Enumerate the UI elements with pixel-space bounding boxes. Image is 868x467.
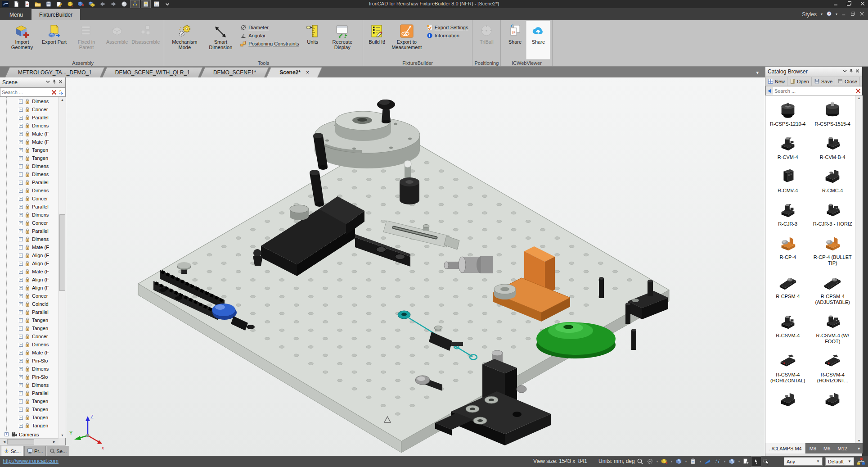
expand-icon[interactable]: + xyxy=(19,116,23,120)
flyout-caret-icon[interactable]: ▾ xyxy=(684,459,688,463)
scene-tree-item[interactable]: +Tangen xyxy=(0,316,58,324)
import-geometry-button[interactable]: Import Geometry xyxy=(4,21,40,59)
expand-icon[interactable]: + xyxy=(19,172,23,177)
expand-icon[interactable]: + xyxy=(19,343,23,347)
clear-search-icon[interactable] xyxy=(50,88,58,96)
scene-tree-item[interactable]: +Tangen xyxy=(0,413,58,422)
export-part-button[interactable]: Export Part xyxy=(40,21,68,59)
scene-tree-item[interactable]: +Parallel xyxy=(0,113,58,122)
catalog-item[interactable] xyxy=(810,390,855,411)
expand-icon[interactable]: + xyxy=(19,270,23,274)
scene-tree-item[interactable]: +Dimens xyxy=(0,122,58,130)
smart-dimension-button[interactable]: Smart Dimension xyxy=(202,21,238,59)
filter-tree-icon[interactable] xyxy=(58,88,65,96)
scene-panel-tab-sc[interactable]: Sc... xyxy=(1,446,23,456)
document-tab-scene2[interactable]: Scene2*× xyxy=(269,67,320,77)
flyout-caret-icon[interactable]: ▾ xyxy=(698,459,702,463)
help-caret-icon[interactable]: ▾ xyxy=(836,12,837,16)
scene-tree-item[interactable]: +Mate (F xyxy=(0,138,58,146)
scene-tree-item[interactable]: +Concer xyxy=(0,195,58,203)
box-select-tool[interactable] xyxy=(761,457,771,466)
diameter-button[interactable]: Diameter xyxy=(240,23,299,32)
back-arrow-icon[interactable] xyxy=(766,87,773,95)
scene-tree-item[interactable]: +Align (F xyxy=(0,251,58,259)
scene-tree-item[interactable]: +Mate (F xyxy=(0,130,58,138)
ironcad-link[interactable]: http://www.ironcad.com xyxy=(3,458,58,464)
expand-icon[interactable]: + xyxy=(19,318,23,322)
doc-minimize-button[interactable] xyxy=(841,11,846,18)
scene-tree-item[interactable]: +Mate (F xyxy=(0,243,58,251)
scene-tree-item[interactable]: +Align (F xyxy=(0,276,58,284)
expand-icon[interactable]: + xyxy=(19,391,23,395)
assembly-hierarchy-icon[interactable] xyxy=(857,457,865,466)
close-button[interactable] xyxy=(860,0,865,8)
expand-icon[interactable]: + xyxy=(19,164,23,168)
pin-icon[interactable] xyxy=(849,68,854,75)
share-button[interactable]: Share xyxy=(526,21,550,59)
scene-tree-item[interactable]: +Concer xyxy=(0,219,58,227)
export-settings-button[interactable]: Export Settings xyxy=(427,23,468,32)
close-catalog-button[interactable]: Close xyxy=(835,77,860,86)
scene-tree-item[interactable]: +Mate (F xyxy=(0,349,58,357)
catalog-item-r-cvm-b-4[interactable]: R-CVM-B-4 xyxy=(810,133,855,160)
scene-tree-item[interactable]: +Parallel xyxy=(0,389,58,397)
new-catalog-button[interactable]: New xyxy=(765,77,787,86)
catalog-item[interactable] xyxy=(765,390,810,411)
expand-icon[interactable]: + xyxy=(19,310,23,314)
catalog-item-r-cpsm-4[interactable]: R-CPSM-4 xyxy=(765,272,810,305)
catalog-item-r-csvm-4-horizont[interactable]: R-CSVM-4 (HORIZONT... xyxy=(810,351,855,384)
flyout-caret-icon[interactable]: ▾ xyxy=(670,459,674,463)
expand-icon[interactable]: + xyxy=(19,383,23,387)
render-effects-tool[interactable] xyxy=(713,457,722,466)
units-button[interactable]: Units xyxy=(301,21,324,59)
recreate-display-button[interactable]: Recreate Display xyxy=(324,21,360,59)
scene-tree-item[interactable]: +Parallel xyxy=(0,227,58,235)
close-tab-icon[interactable]: × xyxy=(306,69,309,76)
expand-icon[interactable]: + xyxy=(19,181,23,185)
close-icon[interactable] xyxy=(58,79,63,86)
catalog-tabs-overflow-icon[interactable]: ▾ xyxy=(858,446,860,451)
expand-icon[interactable]: + xyxy=(19,424,23,428)
scene-panel-tab-pr[interactable]: Pr... xyxy=(24,446,46,456)
scene-tree-item[interactable]: +Pin-Slo xyxy=(0,373,58,381)
angular-button[interactable]: Angular xyxy=(240,32,299,40)
scene-tree-item[interactable]: +Dimens xyxy=(0,365,58,373)
build-it-button[interactable]: Build It! xyxy=(365,21,389,59)
scene-tree-item[interactable]: +Tangen xyxy=(0,405,58,413)
viewport[interactable]: Z Y x xyxy=(66,77,765,456)
catalog-item-r-csvm-4-horizontal[interactable]: R-CSVM-4 (HORIZONTAL) xyxy=(765,351,810,384)
document-tab-demo-scene1[interactable]: DEMO_SCENE1* xyxy=(202,67,267,77)
expand-icon[interactable]: + xyxy=(19,399,23,404)
mechanism-mode-button[interactable]: Mechanism Mode xyxy=(166,21,202,59)
expand-icon[interactable]: + xyxy=(19,140,23,144)
expand-icon[interactable]: + xyxy=(19,278,23,282)
scene-tree-item[interactable]: +Tangen xyxy=(0,422,58,430)
scene-tree-item[interactable]: +Concer xyxy=(0,332,58,340)
expand-icon[interactable]: + xyxy=(19,205,23,209)
close-icon[interactable] xyxy=(855,68,860,75)
select-tool[interactable] xyxy=(751,457,761,466)
zoom-tool[interactable] xyxy=(635,457,645,466)
scene-tree-item[interactable]: +Dimens xyxy=(0,162,58,170)
restore-button[interactable] xyxy=(846,0,852,8)
scene-tree-item[interactable]: +Mate (F xyxy=(0,268,58,276)
expand-icon[interactable]: + xyxy=(19,108,23,112)
add-shape-tool[interactable] xyxy=(660,457,669,466)
expand-icon[interactable]: + xyxy=(19,359,23,363)
catalog-search-input[interactable] xyxy=(773,88,855,94)
catalog-tab-clamps-m4[interactable]: ../CLAMPS M4 xyxy=(765,443,806,453)
doc-restore-button[interactable] xyxy=(850,11,855,18)
doc-tabs-overflow-icon[interactable]: ▾ xyxy=(756,70,759,76)
expand-icon[interactable]: + xyxy=(19,375,23,379)
catalog-tab-m8[interactable]: M8 xyxy=(806,443,820,453)
flyout-caret-icon[interactable]: ▾ xyxy=(723,459,727,463)
open-catalog-button[interactable]: Open xyxy=(787,77,812,86)
expand-icon[interactable]: + xyxy=(19,245,23,249)
ribbon-tab-menu[interactable]: Menu xyxy=(2,9,31,20)
scene-tree-item[interactable]: +Concer xyxy=(0,292,58,300)
scene-tree-item[interactable]: +Dimens xyxy=(0,340,58,349)
styles-dropdown[interactable]: Styles xyxy=(802,11,817,18)
catalog-item-r-cjr-3-horiz[interactable]: R-CJR-3 - HORIZ xyxy=(810,200,855,227)
share-button[interactable]: .jsShare xyxy=(503,21,526,59)
expand-icon[interactable]: + xyxy=(19,197,23,201)
